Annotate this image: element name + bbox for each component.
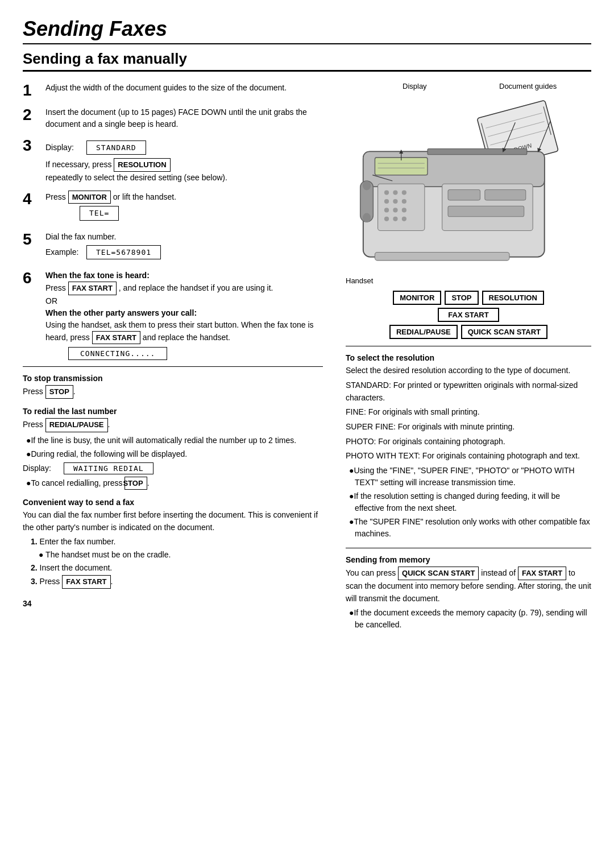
stop-button-ref: STOP <box>45 385 73 399</box>
fax-start-button-ref-2: FAX START <box>92 331 140 345</box>
convenient-item-3: 3. Press FAX START. <box>31 575 323 589</box>
step-4-content: Press MONITOR or lift the handset. TEL= <box>45 191 323 224</box>
button-row-3: REDIAL/PAUSE QUICK SCAN START <box>346 325 591 339</box>
svg-rect-26 <box>448 189 480 200</box>
svg-point-19 <box>384 208 389 212</box>
monitor-panel-btn[interactable]: MONITOR <box>393 291 441 305</box>
step-6-heading2: When the other party answers your call: <box>45 308 197 317</box>
step-number-4: 4 <box>23 191 39 208</box>
monitor-button-ref: MONITOR <box>68 191 111 204</box>
svg-point-17 <box>393 199 397 204</box>
svg-rect-27 <box>485 189 526 200</box>
resolution-item-fine: FINE: For originals with small printing. <box>346 406 591 419</box>
step-4: 4 Press MONITOR or lift the handset. TEL… <box>23 191 323 224</box>
step-number-6: 6 <box>23 270 39 287</box>
svg-point-23 <box>393 217 397 221</box>
step-3-text-before: If necessary, press <box>45 160 114 169</box>
resolution-heading: To select the resolution <box>346 353 591 362</box>
step-1-content: Adjust the width of the document guides … <box>45 82 323 94</box>
diagram-label-doc-guides: Document guides <box>499 82 557 90</box>
step-3-display-box: STANDARD <box>86 140 146 155</box>
step-5-example-value: TEL=5678901 <box>86 245 161 260</box>
left-column: 1 Adjust the width of the document guide… <box>23 82 323 639</box>
right-column: Display Document guides FACE DOWN <box>340 82 591 639</box>
step-6-text2-after: and replace the handset. <box>140 333 230 342</box>
fax-start-panel-btn[interactable]: FAX START <box>438 308 499 322</box>
step-3-display-row: Display: STANDARD <box>45 140 323 155</box>
divider-1 <box>23 366 323 367</box>
svg-rect-12 <box>378 184 425 230</box>
diagram-labels-row: Display Document guides <box>346 82 591 99</box>
stop-section: To stop transmission Press STOP. <box>23 374 323 399</box>
resolution-item-superfine: SUPER FINE: For originals with minute pr… <box>346 421 591 433</box>
section-heading: Sending a fax manually <box>23 50 591 72</box>
svg-point-24 <box>402 217 406 221</box>
quick-scan-panel-btn[interactable]: QUICK SCAN START <box>461 325 547 339</box>
step-4-text-after: or lift the handset. <box>111 192 176 201</box>
svg-point-31 <box>363 213 371 222</box>
step-6-content: When the fax tone is heard: Press FAX ST… <box>45 270 323 359</box>
step-2: 2 Insert the document (up to 15 pages) F… <box>23 106 323 130</box>
resolution-item-photo: PHOTO: For originals containing photogra… <box>346 436 591 448</box>
redial-display-label: Display: <box>23 464 57 473</box>
svg-point-30 <box>363 181 371 190</box>
redial-cancel-stop-btn: STOP <box>125 477 147 490</box>
step-3-display-label: Display: <box>45 142 80 154</box>
connecting-display: CONNECTING..... <box>68 347 167 360</box>
stop-panel-btn[interactable]: STOP <box>445 291 478 305</box>
step-number-1: 1 <box>23 82 39 100</box>
svg-point-20 <box>393 208 397 212</box>
redial-bullet-1: ●If the line is busy, the unit will auto… <box>23 435 323 447</box>
quick-scan-start-btn-ref: QUICK SCAN START <box>398 567 479 580</box>
fax-start-btn-ref-memory: FAX START <box>518 567 566 580</box>
resolution-button-ref: RESOLUTION <box>114 158 170 172</box>
step-number-5: 5 <box>23 231 39 249</box>
connecting-display-row: CONNECTING..... <box>68 348 323 359</box>
redial-heading: To redial the last number <box>23 407 323 416</box>
resolution-panel-btn[interactable]: RESOLUTION <box>482 291 544 305</box>
svg-point-18 <box>402 199 406 204</box>
step-3: 3 Display: STANDARD If necessary, press … <box>23 137 323 184</box>
memory-text: You can press QUICK SCAN START instead o… <box>346 567 591 605</box>
button-row-1: MONITOR STOP RESOLUTION <box>346 291 591 305</box>
fax-diagram-area: Display Document guides FACE DOWN <box>346 82 591 285</box>
svg-point-21 <box>402 208 406 212</box>
step-2-content: Insert the document (up to 15 pages) FAC… <box>45 106 323 130</box>
step-5-example-label: Example: <box>45 246 80 258</box>
step-3-content: Display: STANDARD If necessary, press RE… <box>45 137 323 184</box>
resolution-bullet-1: ●Using the "FINE", "SUPER FINE", "PHOTO"… <box>346 465 591 489</box>
stop-text: Press STOP. <box>23 385 323 399</box>
svg-rect-28 <box>448 206 524 217</box>
redial-display-row: Display: WAITING REDIAL <box>23 462 323 474</box>
resolution-bullet-2: ●If the resolution setting is changed du… <box>346 490 591 514</box>
page-title: Sending Faxes <box>23 17 591 44</box>
button-row-2: FAX START <box>346 308 591 322</box>
convenient-heading: Convenient way to send a fax <box>23 498 323 507</box>
page-number: 34 <box>23 599 323 608</box>
redial-section: To redial the last number Press REDIAL/P… <box>23 407 323 490</box>
step-number-3: 3 <box>23 137 39 155</box>
convenient-fax-start-btn: FAX START <box>62 575 110 589</box>
convenient-text: You can dial the fax number first before… <box>23 509 323 534</box>
step-6: 6 When the fax tone is heard: Press FAX … <box>23 270 323 359</box>
redial-pause-button-ref: REDIAL/PAUSE <box>45 418 108 432</box>
step-number-2: 2 <box>23 106 39 124</box>
svg-point-15 <box>402 190 406 195</box>
diagram-label-display: Display <box>403 82 427 90</box>
step-4-display-row: TEL= <box>45 206 323 221</box>
step-4-display-box: TEL= <box>80 206 119 221</box>
memory-section: Sending from memory You can press QUICK … <box>346 555 591 631</box>
divider-right-2 <box>346 548 591 548</box>
memory-heading: Sending from memory <box>346 555 591 564</box>
redial-cancel-text: ●To cancel redialling, press STOP. <box>23 477 323 490</box>
resolution-item-phototext: PHOTO WITH TEXT: For originals containin… <box>346 450 591 462</box>
redial-display-box: WAITING REDIAL <box>64 462 154 474</box>
step-3-text-after: repeatedly to select the desired setting… <box>45 173 227 182</box>
redial-press-text: Press REDIAL/PAUSE. <box>23 418 323 432</box>
step-5: 5 Dial the fax number. Example: TEL=5678… <box>23 231 323 263</box>
step-6-text-after: , and replace the handset if you are usi… <box>117 283 273 292</box>
redial-pause-panel-btn[interactable]: REDIAL/PAUSE <box>389 325 458 339</box>
step-1: 1 Adjust the width of the document guide… <box>23 82 323 100</box>
svg-rect-33 <box>375 252 509 260</box>
convenient-item-2: 2. Insert the document. <box>31 562 323 574</box>
